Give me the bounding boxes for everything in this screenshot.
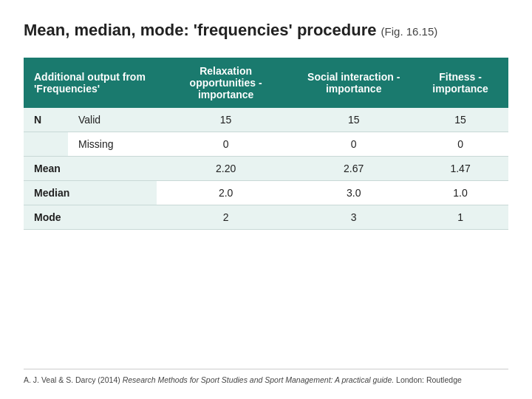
row-cell: 1 — [412, 205, 508, 230]
footer-rest: London: Routledge — [394, 375, 462, 384]
row-label-mode: Mode — [24, 205, 157, 230]
row-cell: 2.0 — [157, 181, 295, 205]
table-header-row: Additional output from 'Frequencies' Rel… — [24, 58, 508, 108]
table-row: N Valid 15 15 15 — [24, 108, 508, 132]
row-label-median: Median — [24, 181, 157, 205]
table-row: Mean 2.20 2.67 1.47 — [24, 157, 508, 181]
table-row: Missing 0 0 0 — [24, 132, 508, 157]
title-main: Mean, median, mode: 'frequencies' proced… — [24, 21, 376, 39]
row-label-n: N — [24, 108, 68, 132]
row-sublabel-valid: Valid — [68, 108, 157, 132]
header-col0: Additional output from 'Frequencies' — [24, 58, 157, 108]
page-title: Mean, median, mode: 'frequencies' proced… — [24, 21, 508, 40]
row-cell: 3 — [295, 205, 412, 230]
row-cell: 0 — [295, 132, 412, 157]
header-col1: Relaxation opportunities - importance — [157, 58, 295, 108]
row-cell: 2.67 — [295, 157, 412, 181]
table-row: Median 2.0 3.0 1.0 — [24, 181, 508, 205]
row-cell: 1.0 — [412, 181, 508, 205]
row-cell: 2.20 — [157, 157, 295, 181]
data-table: Additional output from 'Frequencies' Rel… — [24, 58, 508, 230]
table-row: Mode 2 3 1 — [24, 205, 508, 230]
title-fig: (Fig. 16.15) — [381, 25, 438, 38]
header-col2: Social interaction - importance — [295, 58, 412, 108]
row-label-mean: Mean — [24, 157, 157, 181]
row-cell: 0 — [412, 132, 508, 157]
row-cell: 15 — [412, 108, 508, 132]
row-sublabel-missing: Missing — [68, 132, 157, 157]
row-cell: 2 — [157, 205, 295, 230]
page: Mean, median, mode: 'frequencies' proced… — [0, 0, 532, 399]
table-wrapper: Additional output from 'Frequencies' Rel… — [24, 58, 508, 357]
row-cell: 0 — [157, 132, 295, 157]
row-cell: 15 — [295, 108, 412, 132]
footer-italic: Research Methods for Sport Studies and S… — [123, 375, 395, 384]
row-cell: 15 — [157, 108, 295, 132]
row-cell: 1.47 — [412, 157, 508, 181]
header-col3: Fitness - importance — [412, 58, 508, 108]
row-cell: 3.0 — [295, 181, 412, 205]
footer-citation: A. J. Veal & S. Darcy (2014) Research Me… — [24, 369, 508, 384]
footer-text: A. J. Veal & S. Darcy (2014) — [24, 375, 123, 384]
row-label-empty — [24, 132, 68, 157]
